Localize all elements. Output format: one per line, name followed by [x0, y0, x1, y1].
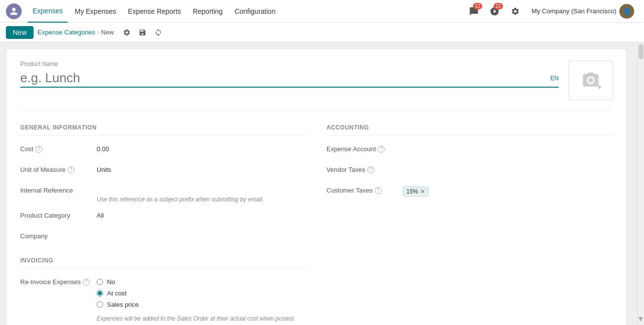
- main-content: Product Name EN: [0, 42, 644, 325]
- customer-taxes-tag: 15% ✕: [403, 187, 429, 196]
- sales-price-radio[interactable]: [97, 301, 103, 308]
- form-columns: GENERAL INFORMATION Cost ? 0.00 Unit of …: [20, 124, 613, 323]
- product-category-value: All: [97, 210, 307, 219]
- vendor-taxes-label: Vendor Taxes ?: [326, 164, 403, 173]
- plus-icon: [596, 84, 603, 91]
- sales-price-label: Sales price: [107, 301, 139, 308]
- no-radio[interactable]: [97, 279, 103, 285]
- customer-taxes-remove-button[interactable]: ✕: [420, 189, 425, 195]
- unit-of-measure-value: Units: [97, 164, 307, 173]
- accounting-header: ACCOUNTING: [326, 124, 613, 135]
- at-cost-radio[interactable]: [97, 290, 103, 296]
- company-row: Company: [20, 230, 307, 245]
- invoicing-hint: Expenses will be added to the Sales Orde…: [97, 314, 307, 323]
- sales-price-option-row: Sales price: [97, 301, 307, 308]
- customer-taxes-tag-label: 15%: [406, 188, 418, 195]
- company-label: Company: [20, 230, 97, 240]
- vendor-taxes-help-icon[interactable]: ?: [367, 166, 374, 173]
- cost-label: Cost ?: [20, 143, 97, 153]
- invoicing-section: INVOICING Re-Invoice Expenses ?: [20, 257, 307, 323]
- breadcrumb-separator: ›: [97, 29, 99, 36]
- activities-badge: 22: [494, 3, 503, 9]
- product-name-input[interactable]: [20, 69, 546, 87]
- company-name: My Company (San Francisco): [532, 7, 616, 15]
- customer-taxes-value: 15% ✕: [403, 185, 613, 196]
- reinvoice-row: Re-Invoice Expenses ? No: [20, 276, 307, 308]
- nav-expenses[interactable]: Expenses: [28, 0, 68, 23]
- scrollbar[interactable]: ▼: [637, 42, 644, 325]
- lang-badge: EN: [550, 75, 559, 82]
- user-avatar: 👤: [619, 4, 634, 19]
- secondary-toolbar: New Expense Categories › New: [0, 23, 644, 42]
- product-name-label: Product Name: [20, 61, 559, 67]
- unit-of-measure-label: Unit of Measure ?: [20, 164, 97, 173]
- page-wrapper: Expenses My Expenses Expense Reports Rep…: [0, 0, 644, 325]
- internal-reference-label: Internal Reference: [20, 185, 97, 194]
- company-selector[interactable]: My Company (San Francisco) 👤: [528, 3, 638, 20]
- messages-badge: 12: [473, 3, 482, 9]
- breadcrumb: Expense Categories › New: [37, 29, 114, 36]
- reinvoice-help-icon[interactable]: ?: [83, 279, 90, 286]
- product-category-label: Product Category: [20, 210, 97, 219]
- settings-menu-button[interactable]: [507, 3, 524, 20]
- nav-configuration[interactable]: Configuration: [230, 0, 281, 23]
- customer-taxes-help-icon[interactable]: ?: [375, 187, 382, 194]
- toolbar-icons: [120, 26, 165, 39]
- customer-taxes-label: Customer Taxes ?: [326, 185, 403, 194]
- general-info-col: GENERAL INFORMATION Cost ? 0.00 Unit of …: [20, 124, 307, 323]
- nav-my-expenses[interactable]: My Expenses: [70, 0, 121, 23]
- expense-account-label: Expense Account ?: [326, 143, 403, 153]
- messages-button[interactable]: 12: [465, 3, 482, 20]
- internal-reference-row: Internal Reference Use this reference as…: [20, 185, 307, 204]
- photo-upload-button[interactable]: [569, 61, 613, 100]
- navbar-right: 12 22 My Company (San Francisco) 👤: [465, 3, 638, 20]
- company-value: [97, 230, 307, 232]
- breadcrumb-parent-link[interactable]: Expense Categories: [37, 29, 95, 36]
- new-button[interactable]: New: [6, 26, 34, 39]
- customer-taxes-row: Customer Taxes ? 15% ✕: [326, 185, 613, 199]
- product-name-section: Product Name EN: [20, 61, 613, 110]
- product-name-input-wrap: EN: [20, 69, 559, 88]
- vendor-taxes-row: Vendor Taxes ?: [326, 164, 613, 179]
- expense-account-help-icon[interactable]: ?: [378, 146, 385, 153]
- main-navbar: Expenses My Expenses Expense Reports Rep…: [0, 0, 644, 23]
- activities-button[interactable]: 22: [486, 3, 503, 20]
- general-info-header: GENERAL INFORMATION: [20, 124, 307, 135]
- nav-reporting[interactable]: Reporting: [188, 0, 228, 23]
- vendor-taxes-value: [403, 164, 613, 166]
- form-card: Product Name EN: [6, 48, 627, 325]
- product-name-left: Product Name EN: [20, 61, 559, 88]
- reinvoice-radio-group: No At cost Sales price: [97, 278, 307, 308]
- discard-icon-button[interactable]: [151, 26, 165, 39]
- breadcrumb-current: New: [101, 29, 114, 36]
- gear-icon-button[interactable]: [120, 26, 134, 39]
- unit-of-measure-row: Unit of Measure ? Units: [20, 164, 307, 179]
- save-icon-button[interactable]: [136, 26, 149, 39]
- expense-account-row: Expense Account ?: [326, 143, 613, 158]
- accounting-col: ACCOUNTING Expense Account ? Vendor Taxe…: [326, 124, 613, 323]
- nav-expense-reports[interactable]: Expense Reports: [123, 0, 186, 23]
- no-option-row: No: [97, 278, 307, 286]
- cost-row: Cost ? 0.00: [20, 143, 307, 158]
- user-icon: [6, 3, 22, 19]
- cost-help-icon[interactable]: ?: [36, 146, 42, 153]
- brand: [6, 3, 22, 19]
- expense-account-value: [403, 143, 613, 145]
- no-label: No: [107, 278, 115, 286]
- at-cost-option-row: At cost: [97, 290, 307, 297]
- unit-of-measure-help-icon[interactable]: ?: [68, 166, 74, 173]
- invoicing-header: INVOICING: [20, 257, 307, 268]
- at-cost-label: At cost: [107, 290, 127, 297]
- reinvoice-options: No At cost Sales price: [97, 276, 307, 308]
- product-category-row: Product Category All: [20, 210, 307, 225]
- reinvoice-label: Re-Invoice Expenses ?: [20, 276, 97, 286]
- internal-reference-hint: Use this reference as a subject prefix w…: [97, 195, 264, 204]
- cost-value: 0.00: [97, 143, 307, 153]
